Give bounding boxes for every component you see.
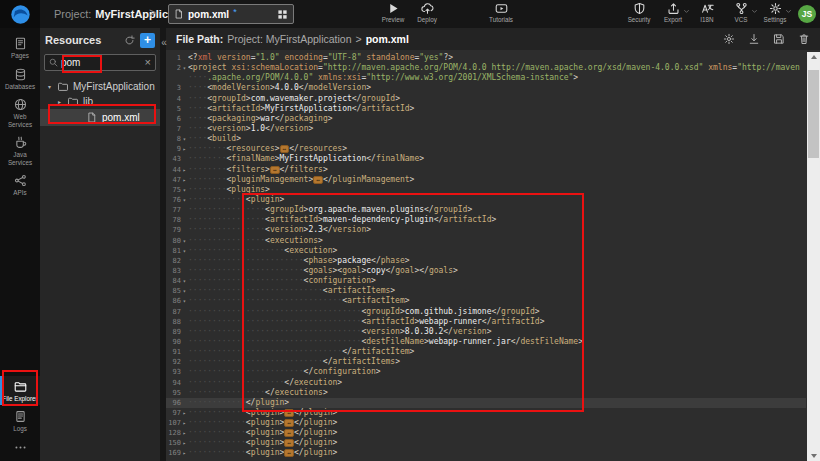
sidebar-item-more[interactable] bbox=[0, 437, 40, 457]
preview-button[interactable]: Preview bbox=[376, 2, 410, 23]
fold-toggle-icon[interactable]: ▸ bbox=[181, 175, 188, 185]
fold-toggle-icon[interactable]: ▾ bbox=[181, 63, 188, 73]
code-line[interactable]: 47▸········<pluginManagement>↔</pluginMa… bbox=[166, 175, 806, 185]
code-line[interactable]: 3····<modelVersion>4.0.0</modelVersion> bbox=[166, 83, 806, 93]
code-line[interactable]: 88····································<a… bbox=[166, 317, 806, 327]
fold-toggle-icon[interactable]: ▾ bbox=[181, 185, 188, 195]
sidebar-item-logs[interactable]: Logs bbox=[0, 406, 40, 436]
tutorials-button[interactable]: Tutorials bbox=[484, 2, 518, 23]
code-line[interactable]: 150▸············<plugin>↔</plugin> bbox=[166, 438, 806, 448]
add-resource-button[interactable]: + bbox=[140, 33, 155, 48]
sidebar-item-java-services[interactable]: Java Services bbox=[0, 132, 40, 169]
code-line[interactable]: 5····<artifactId>MyFirstApplication</art… bbox=[166, 104, 806, 114]
folded-code-widget[interactable]: ↔ bbox=[284, 439, 294, 447]
fold-toggle-icon[interactable]: ▸ bbox=[181, 428, 188, 438]
fold-toggle-icon[interactable]: ▾ bbox=[181, 236, 188, 246]
code-line[interactable]: 89····································<v… bbox=[166, 327, 806, 337]
fold-toggle-icon[interactable]: ▸ bbox=[181, 448, 188, 458]
save-icon[interactable] bbox=[773, 33, 785, 45]
code-line[interactable]: 86▾································<arti… bbox=[166, 296, 806, 306]
folded-code-widget[interactable]: ↔ bbox=[284, 449, 294, 457]
fold-toggle-icon[interactable]: ▾ bbox=[181, 286, 188, 296]
code-line[interactable]: 169▸············<plugin>↔</plugin> bbox=[166, 448, 806, 458]
code-line[interactable]: 8▾····<build> bbox=[166, 134, 806, 144]
code-line[interactable]: 84▾························<configuratio… bbox=[166, 276, 806, 286]
code-editor[interactable]: 1<?xml version="1.0" encoding="UTF-8" st… bbox=[166, 50, 820, 461]
clear-search-icon[interactable]: × bbox=[145, 57, 151, 68]
deploy-button[interactable]: Deploy bbox=[410, 2, 444, 23]
code-line[interactable]: 79················<version>2.3</version> bbox=[166, 225, 806, 235]
code-line[interactable]: 92····························</artifact… bbox=[166, 357, 806, 367]
collapse-panel-button[interactable]: « bbox=[158, 36, 170, 50]
code-line[interactable]: 7····<version>1.0</version> bbox=[166, 124, 806, 134]
code-line[interactable]: 107▸············<plugin>↔</plugin> bbox=[166, 418, 806, 428]
panel-divider[interactable] bbox=[160, 28, 166, 461]
folded-code-widget[interactable]: ↔ bbox=[284, 419, 294, 427]
code-line[interactable]: 96············</plugin> bbox=[166, 398, 806, 408]
sidebar-item-databases[interactable]: Databases bbox=[0, 64, 40, 94]
code-line[interactable]: 94····················</execution> bbox=[166, 378, 806, 388]
code-line[interactable]: 43········<finalName>MyFirstApplication<… bbox=[166, 154, 806, 164]
tree-item-pom-xml[interactable]: pom.xml bbox=[40, 109, 160, 126]
tab-list-grid-icon[interactable] bbox=[277, 9, 288, 20]
download-icon[interactable] bbox=[748, 33, 760, 45]
code-line[interactable]: 76▾············<plugin> bbox=[166, 195, 806, 205]
sidebar-item-apis[interactable]: APIs bbox=[0, 170, 40, 200]
code-line[interactable]: 81▾····················<execution> bbox=[166, 246, 806, 256]
code-line[interactable]: 78················<artifactId>maven-depe… bbox=[166, 215, 806, 225]
code-line[interactable]: 82························<phase>package… bbox=[166, 256, 806, 266]
code-line[interactable]: 97▸············<plugin>↔</plugin> bbox=[166, 408, 806, 418]
sidebar-item-web-services[interactable]: Web Services bbox=[0, 94, 40, 131]
fold-toggle-icon[interactable]: ▾ bbox=[181, 276, 188, 286]
code-line[interactable]: 6····<packaging>war</packaging> bbox=[166, 114, 806, 124]
code-line[interactable]: 2▾<project xsi:schemaLocation="http://ma… bbox=[166, 63, 806, 73]
scrollbar-thumb[interactable] bbox=[808, 70, 819, 158]
delete-icon[interactable] bbox=[798, 33, 810, 45]
sidebar-item-file-explorer[interactable]: File Explorer bbox=[0, 376, 40, 406]
folded-code-widget[interactable]: ↔ bbox=[284, 409, 294, 417]
code-line[interactable]: 93························</configuratio… bbox=[166, 367, 806, 377]
editor-settings-icon[interactable] bbox=[723, 33, 735, 45]
code-line[interactable]: 75▾········<plugins> bbox=[166, 185, 806, 195]
vertical-scrollbar[interactable] bbox=[807, 52, 820, 461]
code-line[interactable]: 83························<goals><goal>c… bbox=[166, 266, 806, 276]
tree-item-lib[interactable]: ▸lib bbox=[40, 94, 160, 109]
code-line[interactable]: 9▸········<resources>↔</resources> bbox=[166, 144, 806, 154]
security-button[interactable]: Security bbox=[622, 2, 656, 23]
code-line[interactable]: ····.apache.org/POM/4.0.0" xmlns:xsi="ht… bbox=[166, 73, 806, 83]
folded-code-widget[interactable]: ↔ bbox=[280, 145, 290, 153]
code-line[interactable]: 95················</executions> bbox=[166, 388, 806, 398]
fold-toggle-icon[interactable]: ▸ bbox=[181, 144, 188, 154]
fold-toggle-icon[interactable]: ▾ bbox=[181, 134, 188, 144]
search-input[interactable] bbox=[61, 57, 142, 68]
code-line[interactable]: 4····<groupId>com.wavemaker.project</gro… bbox=[166, 94, 806, 104]
user-avatar[interactable]: JS bbox=[798, 5, 816, 23]
fold-toggle-icon[interactable]: ▾ bbox=[181, 246, 188, 256]
code-line[interactable]: 1<?xml version="1.0" encoding="UTF-8" st… bbox=[166, 53, 806, 63]
refresh-icon[interactable] bbox=[124, 35, 135, 46]
i18n-button[interactable]: I18N bbox=[690, 2, 724, 23]
folded-code-widget[interactable]: ↔ bbox=[270, 166, 280, 174]
code-line[interactable]: 77················<groupId>org.apache.ma… bbox=[166, 205, 806, 215]
settings-button[interactable]: Settings bbox=[758, 2, 792, 23]
code-line[interactable]: 85▾····························<artifact… bbox=[166, 286, 806, 296]
folded-code-widget[interactable]: ↔ bbox=[313, 176, 323, 184]
folded-code-widget[interactable]: ↔ bbox=[284, 429, 294, 437]
code-line[interactable]: 44▸········<filters>↔</filters> bbox=[166, 165, 806, 175]
code-line[interactable]: 91································</arti… bbox=[166, 347, 806, 357]
code-line[interactable]: 87····································<g… bbox=[166, 307, 806, 317]
app-logo[interactable] bbox=[0, 0, 40, 28]
fold-toggle-icon[interactable]: ▾ bbox=[181, 195, 188, 205]
fold-toggle-icon[interactable]: ▸ bbox=[181, 418, 188, 428]
fold-toggle-icon[interactable]: ▸ bbox=[181, 438, 188, 448]
scroll-down-icon[interactable] bbox=[807, 451, 820, 461]
code-line[interactable]: 128▸············<plugin>↔</plugin> bbox=[166, 428, 806, 438]
tree-item-myfirstapplication[interactable]: ▾MyFirstApplication bbox=[40, 79, 160, 94]
sidebar-item-pages[interactable]: Pages bbox=[0, 33, 40, 63]
code-line[interactable]: 90····································<d… bbox=[166, 337, 806, 347]
code-line[interactable]: 80▾················<executions> bbox=[166, 236, 806, 246]
vcs-button[interactable]: VCS bbox=[724, 2, 758, 23]
scroll-up-icon[interactable] bbox=[807, 52, 820, 62]
fold-toggle-icon[interactable]: ▸ bbox=[181, 408, 188, 418]
tab-pom-xml[interactable]: pom.xml * bbox=[168, 4, 294, 24]
